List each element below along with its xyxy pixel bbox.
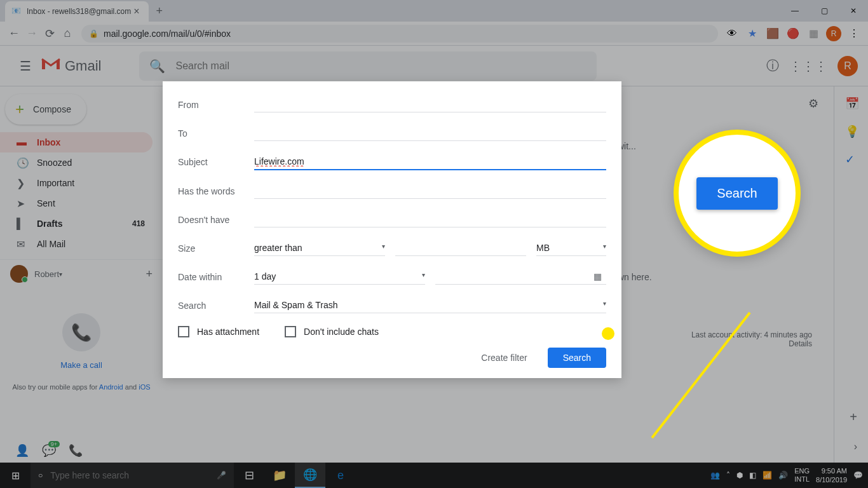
calendar-picker-icon[interactable]: ▦ — [593, 271, 606, 281]
sidebar-important[interactable]: ❯Important — [0, 173, 153, 193]
reload-button[interactable]: ⟳ — [41, 25, 58, 43]
search-button[interactable]: Search — [548, 348, 606, 368]
taskbar-search[interactable]: ○ 🎤 — [31, 463, 234, 488]
extension-icon-3[interactable]: ▦ — [804, 25, 822, 43]
has-attachment-checkbox[interactable]: Has attachment — [178, 326, 259, 337]
to-label: To — [178, 128, 254, 139]
browser-tab[interactable]: 📧 Inbox - rewells318@gmail.com × — [5, 1, 149, 22]
contacts-tab-icon[interactable]: 👤 — [15, 444, 29, 458]
size-operator-select[interactable]: greater than▾ — [254, 240, 385, 256]
haswords-input[interactable] — [254, 183, 606, 199]
search-box[interactable]: 🔍 — [139, 51, 597, 81]
addons-plus-icon[interactable]: + — [850, 410, 857, 424]
browser-urlbar: ← → ⟳ ⌂ 🔒 mail.google.com/mail/u/0/#inbo… — [0, 22, 868, 46]
subject-input[interactable] — [254, 154, 606, 170]
minimize-button[interactable]: — — [780, 0, 810, 22]
keep-icon[interactable]: 💡 — [845, 125, 858, 137]
from-label: From — [178, 100, 254, 110]
footer-activity: Last account activity: 4 minutes ago Det… — [691, 330, 812, 348]
sidebar-sent[interactable]: ➤Sent — [0, 193, 153, 214]
start-button[interactable]: ⊞ — [0, 463, 31, 488]
star-icon[interactable]: ★ — [743, 25, 761, 43]
gmail-m-icon — [41, 56, 61, 76]
people-icon[interactable]: 👥 — [710, 471, 720, 480]
volume-icon[interactable]: 🔊 — [778, 471, 788, 480]
search-scope-select[interactable]: Mail & Spam & Trash▾ — [254, 297, 606, 313]
forward-button[interactable]: → — [23, 25, 41, 43]
android-link[interactable]: Android — [99, 383, 123, 391]
sidebar-inbox[interactable]: ▬Inbox — [0, 132, 153, 152]
inbox-icon: ▬ — [17, 137, 37, 148]
clock[interactable]: 9:50 AM8/10/2019 — [816, 466, 847, 485]
taskbar-search-input[interactable] — [50, 470, 209, 480]
edge-app-icon[interactable]: e — [325, 463, 356, 488]
sidebar-snoozed[interactable]: 🕓Snoozed — [0, 152, 153, 173]
ios-link[interactable]: iOS — [139, 383, 150, 391]
tab-title: Inbox - rewells318@gmail.com — [27, 7, 131, 16]
file-explorer-icon[interactable]: 📁 — [264, 463, 295, 488]
mic-icon[interactable]: 🎤 — [217, 471, 226, 480]
mobile-apps-text: Also try our mobile apps for Android and… — [0, 383, 163, 391]
new-tab-button[interactable]: + — [149, 4, 171, 18]
sidebar-drafts[interactable]: ▌Drafts418 — [0, 214, 153, 234]
main-menu-icon[interactable]: ☰ — [10, 58, 41, 74]
close-window-button[interactable]: ✕ — [839, 0, 868, 22]
eye-icon[interactable]: 👁 — [723, 25, 741, 43]
add-user-icon[interactable]: + — [146, 268, 153, 281]
collapse-panel-icon[interactable]: › — [854, 441, 857, 452]
hangouts-user[interactable]: Robert ▾ + — [0, 259, 163, 288]
tray-icon-2[interactable]: ◧ — [749, 471, 756, 480]
gmail-header: ☰ Gmail 🔍 ⓘ ⋮⋮⋮ R — [0, 46, 868, 86]
chrome-app-icon[interactable]: 🌐 — [295, 463, 325, 488]
gmail-logo[interactable]: Gmail — [41, 56, 101, 76]
clock-icon: 🕓 — [17, 157, 37, 169]
callout-search-button: Search — [696, 177, 777, 210]
home-button[interactable]: ⌂ — [58, 25, 76, 43]
hangouts-tab-icon[interactable]: 💬9+ — [42, 444, 56, 458]
calendar-icon[interactable]: 📅 — [845, 97, 858, 109]
from-input[interactable] — [254, 97, 606, 112]
window-controls: — ▢ ✕ — [780, 0, 868, 22]
extension-icon-1[interactable]: 🟫 — [764, 25, 782, 43]
callout-highlight: Search — [674, 130, 801, 257]
tray-expand-icon[interactable]: ˄ — [726, 471, 730, 480]
wifi-icon[interactable]: 📶 — [763, 471, 772, 480]
chrome-menu-icon[interactable]: ⋮ — [845, 25, 863, 43]
search-input[interactable] — [175, 60, 587, 72]
maximize-button[interactable]: ▢ — [810, 0, 839, 22]
exclude-chats-checkbox[interactable]: Don't include chats — [285, 326, 379, 337]
search-icon[interactable]: 🔍 — [149, 58, 165, 74]
profile-avatar[interactable]: R — [837, 56, 858, 76]
date-input[interactable]: ▦ — [435, 269, 606, 285]
size-unit-select[interactable]: MB▾ — [536, 240, 606, 256]
apps-icon[interactable]: ⋮⋮⋮ — [789, 58, 827, 74]
make-call-link[interactable]: Make a call — [60, 360, 102, 370]
tray-icon-1[interactable]: ⬢ — [736, 471, 743, 480]
important-icon: ❯ — [17, 177, 37, 189]
call-section: 📞 Make a call Also try our mobile apps f… — [0, 313, 163, 391]
searchscope-label: Search — [178, 301, 254, 311]
doesnthave-input[interactable] — [254, 212, 606, 227]
create-filter-button[interactable]: Create filter — [471, 348, 537, 368]
address-bar[interactable]: 🔒 mail.google.com/mail/u/0/#inbox — [81, 25, 718, 43]
date-range-select[interactable]: 1 day▾ — [254, 269, 425, 285]
notifications-icon[interactable]: 💬 — [853, 471, 863, 480]
extension-icon-2[interactable]: 🔴 — [784, 25, 802, 43]
size-value-input[interactable] — [395, 240, 526, 256]
close-tab-icon[interactable]: × — [131, 6, 142, 17]
to-input[interactable] — [254, 125, 606, 141]
advanced-search-panel: From To Subject Has the words Doesn't ha… — [163, 81, 621, 378]
help-icon[interactable]: ⓘ — [766, 57, 779, 74]
back-button[interactable]: ← — [5, 25, 23, 43]
details-link[interactable]: Details — [789, 339, 812, 348]
drafts-icon: ▌ — [17, 218, 37, 229]
task-view-icon[interactable]: ⊟ — [234, 463, 264, 488]
sidebar-allmail[interactable]: ✉All Mail — [0, 234, 153, 254]
calls-tab-icon[interactable]: 📞 — [69, 444, 83, 458]
settings-icon[interactable]: ⚙ — [808, 97, 818, 111]
profile-button[interactable]: R — [825, 25, 843, 43]
compose-button[interactable]: + Compose — [5, 94, 86, 125]
language-indicator[interactable]: ENGINTL — [794, 467, 810, 484]
phone-icon: 📞 — [62, 313, 100, 351]
tasks-icon[interactable]: ✓ — [845, 152, 858, 165]
